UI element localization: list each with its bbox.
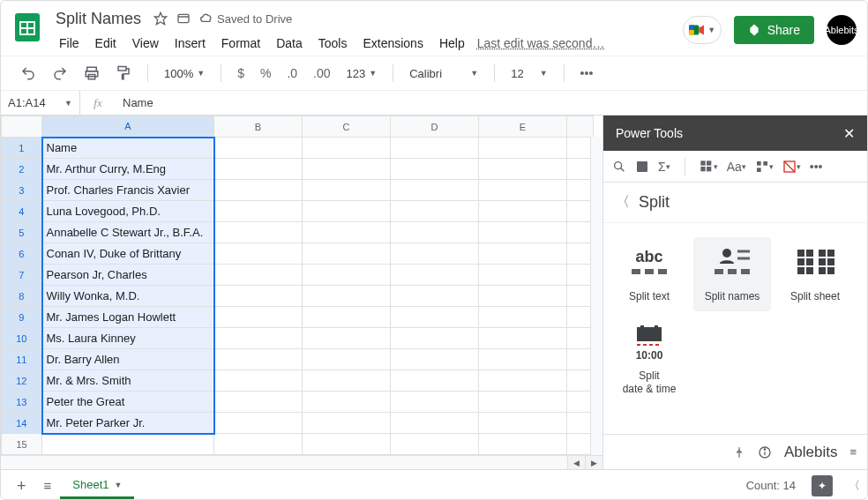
split-date-time-tile[interactable]: 10:00 Split date & time (610, 317, 688, 404)
cell[interactable] (214, 180, 303, 201)
cell[interactable] (391, 159, 479, 180)
collapse-side-icon[interactable]: 〈 (849, 478, 860, 494)
star-icon[interactable] (153, 11, 168, 26)
cell[interactable] (479, 201, 567, 222)
cell[interactable] (567, 222, 594, 243)
meet-button[interactable]: ▼ (683, 16, 722, 44)
percent-button[interactable]: % (255, 63, 276, 84)
cell[interactable] (567, 392, 594, 413)
cell[interactable] (391, 180, 479, 201)
cell[interactable] (303, 159, 391, 180)
back-icon[interactable]: 〈 (616, 193, 630, 212)
all-sheets-button[interactable]: ≡ (35, 474, 61, 497)
cell[interactable] (214, 243, 303, 265)
menu-tools[interactable]: Tools (311, 33, 355, 54)
cell[interactable] (303, 180, 391, 201)
sb-tool-2[interactable] (635, 160, 649, 174)
row-header[interactable]: 1 (2, 138, 42, 159)
split-sheet-tile[interactable]: Split sheet (776, 237, 854, 311)
cell[interactable] (479, 392, 567, 413)
column-header-A[interactable]: A (42, 116, 214, 138)
undo-button[interactable] (15, 62, 41, 85)
cell[interactable] (303, 138, 391, 159)
name-box[interactable]: A1:A14 ▼ (1, 91, 80, 115)
add-sheet-button[interactable]: + (8, 473, 35, 499)
cell[interactable] (391, 201, 479, 222)
cell[interactable] (391, 413, 479, 434)
info-icon[interactable] (758, 445, 772, 459)
column-header-C[interactable]: C (303, 116, 391, 138)
cell[interactable] (214, 201, 303, 222)
explore-button[interactable]: ✦ (812, 475, 833, 496)
cell[interactable] (567, 349, 594, 370)
row-header[interactable]: 4 (2, 201, 42, 222)
last-edit-link[interactable]: Last edit was second… (477, 33, 605, 54)
menu-help[interactable]: Help (432, 33, 472, 54)
cell[interactable] (214, 307, 303, 328)
cell[interactable] (479, 349, 567, 370)
cell[interactable]: Mr. James Logan Howlett (42, 307, 214, 328)
cell[interactable] (479, 159, 567, 180)
column-header-E[interactable]: E (479, 116, 567, 138)
cell[interactable] (214, 413, 303, 434)
cell[interactable] (391, 349, 479, 370)
cell[interactable] (567, 138, 594, 159)
cell[interactable] (391, 265, 479, 286)
select-all-corner[interactable] (2, 116, 42, 138)
cell[interactable]: Mr. & Mrs. Smith (42, 370, 214, 392)
cell[interactable] (391, 307, 479, 328)
sb-tool-1[interactable] (612, 160, 626, 174)
cell[interactable] (303, 201, 391, 222)
cell[interactable] (479, 286, 567, 307)
font-size-select[interactable]: 12 ▼ (505, 63, 552, 84)
menu-edit[interactable]: Edit (88, 33, 123, 54)
row-header[interactable]: 6 (2, 243, 42, 265)
cell[interactable] (567, 201, 594, 222)
cell[interactable] (214, 138, 303, 159)
sheet-tab-1[interactable]: Sheet1 ▼ (60, 471, 134, 500)
cell[interactable] (567, 307, 594, 328)
cell[interactable] (214, 434, 303, 455)
cell[interactable] (567, 370, 594, 392)
cell[interactable] (42, 434, 214, 455)
decrease-decimal-button[interactable]: .0 (281, 63, 303, 84)
row-header[interactable]: 8 (2, 286, 42, 307)
cell[interactable]: Prof. Charles Francis Xavier (42, 180, 214, 201)
cell[interactable] (303, 243, 391, 265)
row-header[interactable]: 15 (2, 434, 42, 455)
cell[interactable]: Conan IV, Duke of Brittany (42, 243, 214, 265)
row-header[interactable]: 9 (2, 307, 42, 328)
cell[interactable] (567, 180, 594, 201)
split-text-tile[interactable]: abc Split text (610, 237, 688, 311)
cell[interactable] (214, 265, 303, 286)
cloud-status[interactable]: Saved to Drive (199, 11, 292, 26)
sheets-logo[interactable] (11, 11, 43, 43)
row-header[interactable]: 3 (2, 180, 42, 201)
cell[interactable]: Annabelle C Stewart Jr., B.F.A. (42, 222, 214, 243)
hamburger-icon[interactable]: ≡ (849, 445, 857, 459)
cell[interactable] (567, 434, 594, 455)
currency-button[interactable]: $ (232, 63, 250, 84)
cell[interactable] (391, 328, 479, 349)
share-button[interactable]: Share (734, 16, 814, 44)
column-header-D[interactable]: D (391, 116, 479, 138)
cell[interactable] (303, 413, 391, 434)
cell[interactable] (567, 159, 594, 180)
print-button[interactable] (79, 62, 105, 85)
menu-view[interactable]: View (125, 33, 166, 54)
row-header[interactable]: 2 (2, 159, 42, 180)
vertical-scrollbar[interactable] (590, 137, 602, 455)
number-format-select[interactable]: 123 ▼ (341, 63, 383, 84)
split-names-tile[interactable]: Split names (693, 237, 771, 311)
cell[interactable] (391, 222, 479, 243)
row-header[interactable]: 12 (2, 370, 42, 392)
cell[interactable] (214, 370, 303, 392)
scroll-right-button[interactable]: ▶ (585, 456, 602, 469)
cell[interactable] (479, 222, 567, 243)
cell[interactable] (391, 392, 479, 413)
cell[interactable] (567, 328, 594, 349)
sb-tool-6[interactable]: ▾ (755, 160, 774, 174)
zoom-select[interactable]: 100% ▼ (159, 63, 210, 84)
account-avatar[interactable]: Ablebits (827, 15, 857, 45)
cell[interactable] (479, 307, 567, 328)
